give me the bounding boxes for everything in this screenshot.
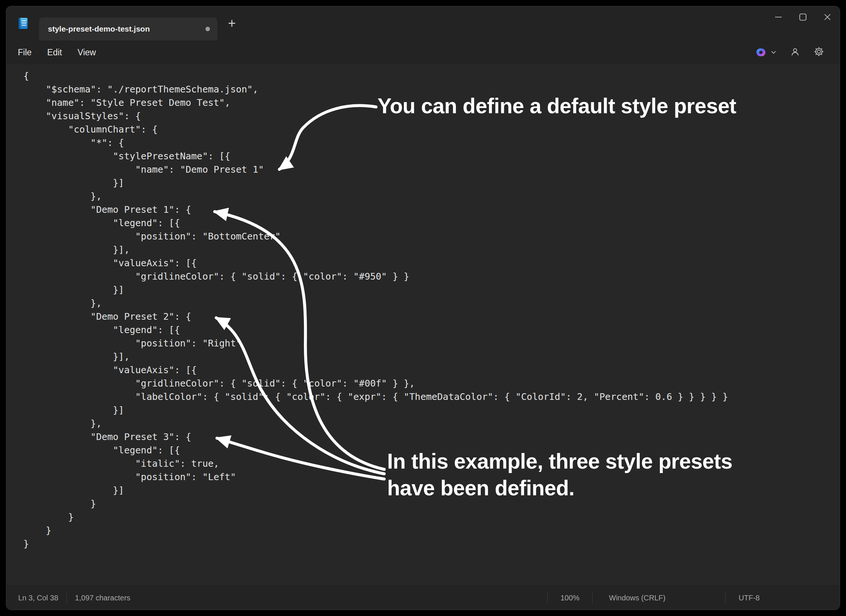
unsaved-dot-icon xyxy=(206,27,210,31)
tab-strip: style-preset-demo-test.json + xyxy=(6,6,840,41)
screenshot-stage: style-preset-demo-test.json + File Edit … xyxy=(0,0,846,616)
account-button[interactable] xyxy=(790,46,800,58)
settings-button[interactable] xyxy=(814,46,824,58)
menu-bar-right xyxy=(755,46,824,58)
new-tab-button[interactable]: + xyxy=(222,13,242,34)
minimize-button[interactable] xyxy=(766,6,791,28)
chevron-down-icon xyxy=(771,50,777,54)
close-icon xyxy=(822,12,833,22)
encoding: UTF-8 xyxy=(726,594,793,602)
notepad-window: style-preset-demo-test.json + File Edit … xyxy=(6,6,840,610)
copilot-icon xyxy=(755,46,767,58)
cursor-position: Ln 3, Col 38 xyxy=(18,594,58,602)
status-left: Ln 3, Col 38 1,097 characters xyxy=(18,592,131,603)
account-icon xyxy=(790,46,800,57)
minimize-icon xyxy=(773,12,784,22)
menu-edit[interactable]: Edit xyxy=(40,44,70,60)
gear-icon xyxy=(814,46,824,57)
editor[interactable]: { "$schema": "./reportThemeSchema.json",… xyxy=(6,64,840,585)
tab-title: style-preset-demo-test.json xyxy=(48,25,206,34)
character-count: 1,097 characters xyxy=(75,594,131,602)
code-content: { "$schema": "./reportThemeSchema.json",… xyxy=(6,64,840,551)
copilot-button[interactable] xyxy=(755,46,777,58)
zoom-level: 100% xyxy=(548,594,592,602)
window-controls xyxy=(766,6,840,28)
menu-bar: File Edit View xyxy=(6,41,840,64)
notepad-icon xyxy=(16,16,30,31)
status-bar: Ln 3, Col 38 1,097 characters 100% Windo… xyxy=(6,585,840,610)
maximize-icon xyxy=(798,12,808,22)
tab-style-preset-demo-test[interactable]: style-preset-demo-test.json xyxy=(39,18,217,41)
maximize-button[interactable] xyxy=(791,6,815,28)
close-button[interactable] xyxy=(815,6,840,28)
menu-view[interactable]: View xyxy=(70,44,104,60)
status-separator xyxy=(66,592,67,603)
menu-file[interactable]: File xyxy=(10,44,40,60)
line-ending: Windows (CRLF) xyxy=(593,594,725,602)
status-right: 100% Windows (CRLF) UTF-8 xyxy=(547,592,840,603)
